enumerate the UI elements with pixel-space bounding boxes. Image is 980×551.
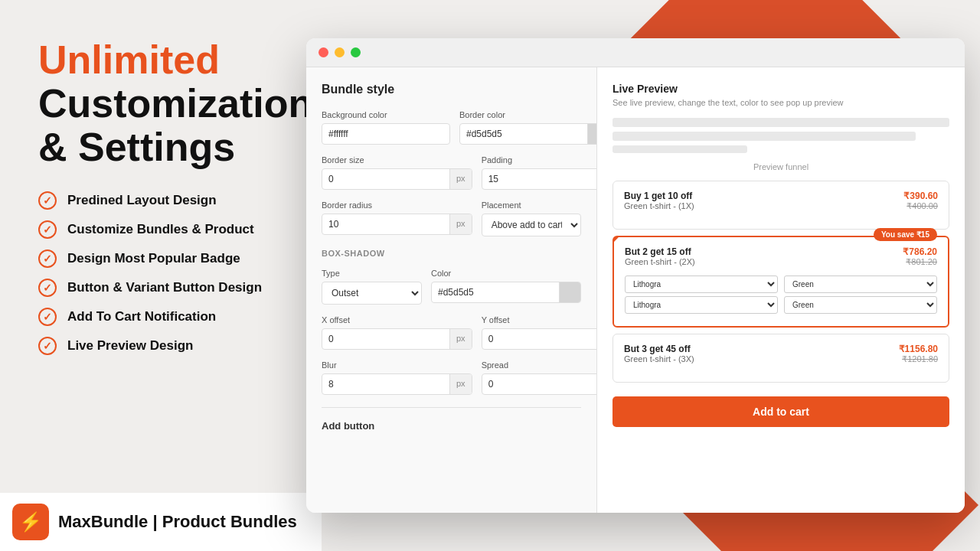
row-bg-border-color: Background color Border color — [322, 110, 581, 145]
preview-subtitle: See live preview, change the text, color… — [612, 98, 949, 107]
feature-label-customize: Customize Bundles & Product — [67, 222, 254, 237]
add-button-label: Add button — [322, 420, 374, 432]
shadow-color-input[interactable] — [432, 282, 559, 302]
skeleton-2 — [612, 132, 916, 141]
field-x-offset: X offset px — [322, 315, 472, 350]
blur-label: Blur — [322, 360, 472, 370]
field-background-color: Background color — [322, 110, 450, 145]
y-offset-input-wrapper: px — [482, 328, 597, 350]
border-size-input-wrapper: px — [322, 168, 472, 190]
bundle-item-3[interactable]: But 3 get 45 off Green t-shirt - (3X) ₹1… — [612, 334, 949, 383]
variant-select-2a[interactable]: Lithogra — [625, 296, 778, 314]
bg-color-input-wrapper — [322, 123, 450, 145]
border-size-label: Border size — [322, 155, 472, 165]
placement-label: Placement — [482, 201, 581, 210]
border-color-label: Border color — [459, 110, 597, 119]
bundle-2-price-current: ₹786.20 — [903, 246, 937, 257]
row-radius-placement: Border radius px Placement Above add to … — [322, 201, 581, 236]
left-panel: Unlimited Customization& Settings ✓ Pred… — [0, 0, 306, 551]
padding-input-wrapper: px — [482, 168, 597, 190]
check-icon-predefined: ✓ — [38, 191, 57, 210]
bundle-3-price: ₹1156.80 ₹1201.80 — [899, 344, 938, 364]
border-color-swatch[interactable] — [587, 124, 597, 144]
type-label: Type — [322, 269, 422, 278]
field-shadow-color: Color — [431, 269, 581, 305]
x-offset-suffix: px — [449, 329, 472, 349]
variant-select-1a[interactable]: Lithogra — [625, 276, 778, 293]
feature-label-badge: Design Most Popular Badge — [67, 251, 240, 266]
variant-selects-row-1: Lithogra Green — [625, 276, 937, 293]
border-radius-input-wrapper: px — [322, 214, 472, 235]
add-to-cart-button[interactable]: Add to cart — [612, 396, 949, 427]
blur-input[interactable] — [322, 374, 449, 394]
x-offset-input-wrapper: px — [322, 328, 472, 350]
mac-btn-minimize[interactable] — [335, 47, 345, 57]
add-button-section: Add button — [322, 407, 581, 432]
feature-label-live-preview: Live Preview Design — [67, 338, 193, 354]
bundle-2-price: ₹786.20 ₹801.20 — [903, 246, 937, 267]
check-icon-customize: ✓ — [38, 220, 57, 239]
y-offset-label: Y offset — [482, 315, 597, 324]
bundle-item-2[interactable]: MOST POPULAR You save ₹15 But 2 get 15 o… — [612, 236, 949, 328]
border-radius-input[interactable] — [322, 214, 449, 234]
feature-live-preview: ✓ Live Preview Design — [38, 337, 276, 355]
field-border-size: Border size px — [322, 155, 472, 190]
skeleton-3 — [612, 145, 747, 153]
field-blur: Blur px — [322, 360, 472, 395]
shadow-color-swatch[interactable] — [559, 282, 580, 302]
check-icon-badge: ✓ — [38, 249, 57, 268]
shadow-color-input-wrapper — [431, 282, 581, 303]
bundle-item-1[interactable]: Buy 1 get 10 off Green t-shirt - (1X) ₹3… — [612, 181, 949, 230]
border-color-input[interactable] — [460, 124, 587, 144]
padding-input[interactable] — [482, 169, 597, 189]
brand-bar: ⚡ MaxBundle | Product Bundles — [0, 493, 322, 551]
settings-title: Bundle style — [322, 83, 581, 96]
variant-select-2b[interactable]: Green — [784, 296, 937, 314]
feature-predefined: ✓ Predined Layout Design — [38, 191, 276, 210]
check-icon-live-preview: ✓ — [38, 337, 57, 355]
save-badge: You save ₹15 — [874, 228, 937, 241]
headline-black: Customization& Settings — [38, 82, 276, 169]
padding-label: Padding — [482, 155, 597, 165]
mac-btn-maximize[interactable] — [351, 47, 361, 57]
bundle-3-price-original: ₹1201.80 — [899, 354, 938, 364]
bundle-3-offer: But 3 get 45 off — [624, 344, 694, 354]
border-size-input[interactable] — [322, 169, 449, 189]
border-size-suffix: px — [449, 169, 472, 189]
row-xy-offset: X offset px Y offset px — [322, 315, 581, 350]
variant-selects-row-2: Lithogra Green — [625, 296, 937, 314]
x-offset-input[interactable] — [322, 329, 449, 349]
border-color-input-wrapper — [459, 123, 597, 145]
badge-wrapper: MOST POPULAR — [614, 237, 652, 276]
right-panel: Bundle style Background color Border col… — [306, 0, 980, 551]
mac-btn-close[interactable] — [318, 47, 328, 57]
preview-title: Live Preview — [612, 83, 949, 95]
border-radius-label: Border radius — [322, 201, 472, 210]
variant-select-1b[interactable]: Green — [784, 276, 937, 293]
bg-color-input[interactable] — [322, 124, 449, 144]
border-radius-suffix: px — [449, 214, 472, 234]
bundle-1-price: ₹390.60 ₹400.00 — [903, 191, 938, 211]
feature-label-notification: Add To Cart Notification — [67, 309, 216, 324]
row-border-size-padding: Border size px Padding px — [322, 155, 581, 190]
brand-icon: ⚡ — [12, 504, 49, 540]
field-shadow-type: Type Outset Inset None — [322, 269, 422, 305]
check-icon-notification: ✓ — [38, 308, 57, 326]
bundle-2-header: But 2 get 15 off Green t-shirt - (2X) ₹7… — [625, 246, 937, 272]
mac-window: Bundle style Background color Border col… — [306, 38, 965, 513]
headline-orange: Unlimited — [38, 38, 276, 82]
most-popular-badge: MOST POPULAR — [614, 237, 647, 249]
mac-titlebar — [306, 38, 965, 67]
y-offset-input[interactable] — [482, 329, 597, 349]
spread-input[interactable] — [482, 374, 597, 394]
bg-color-label: Background color — [322, 110, 450, 119]
bundle-2-price-original: ₹801.20 — [903, 257, 937, 267]
shadow-type-select[interactable]: Outset Inset None — [322, 282, 422, 305]
field-border-radius: Border radius px — [322, 201, 472, 236]
features-list: ✓ Predined Layout Design ✓ Customize Bun… — [38, 191, 276, 355]
bundle-1-price-original: ₹400.00 — [903, 201, 938, 211]
x-offset-label: X offset — [322, 315, 472, 324]
placement-select[interactable]: Above add to cart button Below add to ca… — [482, 214, 581, 236]
mac-content: Bundle style Background color Border col… — [306, 67, 965, 513]
row-type-color: Type Outset Inset None Color — [322, 269, 581, 305]
